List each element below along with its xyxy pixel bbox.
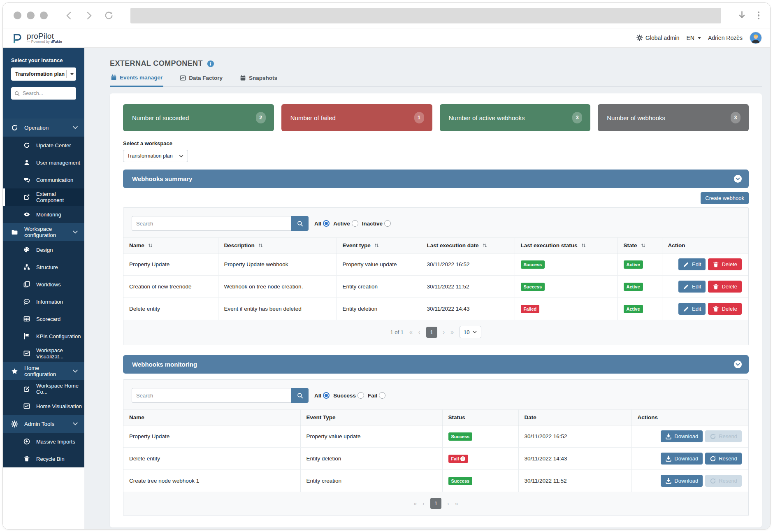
next-page-icon[interactable]: › (447, 500, 449, 507)
tab-snapshots[interactable]: Snapshots (239, 74, 278, 86)
window-minimize-button[interactable] (27, 12, 35, 19)
column-header-last-execution-date[interactable]: Last execution date (421, 238, 515, 253)
sidebar-item-structure[interactable]: Structure (3, 258, 84, 276)
webhooks-monitoring-header[interactable]: Webhooks monitoring (123, 355, 749, 374)
column-header-name[interactable]: Name (123, 238, 218, 253)
search-button[interactable] (291, 388, 309, 403)
tab-events-manager[interactable]: Events manager (110, 74, 163, 87)
sidebar-item-workspace-visualization[interactable]: Workspace Visualizat... (3, 345, 84, 362)
next-page-icon[interactable]: › (443, 329, 445, 335)
sidebar-item-home-visualisation[interactable]: Home Visualisation (3, 397, 84, 415)
column-header-state[interactable]: State (617, 238, 662, 253)
first-page-icon[interactable]: « (409, 329, 413, 335)
sidebar-item-recycle-bin[interactable]: Recycle Bin (3, 450, 84, 467)
sidebar-item-workflows[interactable]: Workflows (3, 276, 84, 293)
sidebar-section-operation[interactable]: Operation (3, 118, 84, 137)
radio-selected-icon[interactable] (323, 220, 330, 227)
browser-menu-icon[interactable] (758, 12, 760, 20)
download-icon[interactable] (737, 10, 747, 21)
last-page-icon[interactable]: » (455, 500, 458, 507)
edit-button[interactable]: Edit (678, 258, 706, 270)
sidebar-section-workspace-configuration[interactable]: Workspace configuration (3, 223, 84, 241)
search-button[interactable] (291, 216, 309, 231)
sidebar-item-kpis-configuration[interactable]: KPIs Configuration (3, 328, 84, 345)
reload-icon[interactable] (104, 10, 114, 21)
error-info-icon[interactable]: ! (460, 456, 465, 461)
language-selector[interactable]: EN (687, 35, 701, 41)
sort-icon[interactable] (641, 243, 646, 248)
radio-icon[interactable] (352, 220, 358, 227)
sort-icon[interactable] (148, 243, 153, 248)
download-button[interactable]: Download (661, 475, 703, 487)
sidebar-item-external-component[interactable]: External Component (3, 188, 84, 206)
radio-icon[interactable] (384, 220, 391, 227)
webhooks-summary-header[interactable]: Webhooks summary (123, 170, 749, 188)
current-page-button[interactable]: 1 (426, 327, 437, 338)
sidebar-item-update-center[interactable]: Update Center (3, 137, 84, 154)
instance-select[interactable]: Transformation plan (11, 67, 76, 81)
info-icon[interactable] (207, 60, 214, 67)
sort-icon[interactable] (374, 243, 379, 248)
sort-icon[interactable] (258, 243, 263, 248)
sidebar-search-input[interactable] (23, 91, 89, 96)
brand-logo[interactable]: proPilot — Powered by dFakto (10, 31, 62, 44)
global-admin-link[interactable]: Global admin (636, 35, 680, 41)
column-header-event-type[interactable]: Event type (337, 238, 421, 253)
status-badge: Success (521, 283, 545, 291)
current-page-button[interactable]: 1 (430, 498, 441, 509)
download-button[interactable]: Download (661, 453, 703, 465)
resend-button[interactable]: Resend (705, 453, 742, 465)
address-bar[interactable] (130, 8, 721, 23)
sidebar-item-information[interactable]: Information (3, 293, 84, 310)
sidebar-section-home-configuration[interactable]: Home configuration (3, 362, 84, 380)
previous-page-icon[interactable]: ‹ (418, 329, 420, 335)
workspace-select[interactable]: Transformation plan (123, 150, 188, 162)
sort-icon[interactable] (482, 243, 487, 248)
column-header-description[interactable]: Description (218, 238, 337, 253)
delete-button[interactable]: Delete (708, 258, 742, 270)
page-size-select[interactable]: 10 (460, 326, 481, 338)
radio-icon[interactable] (357, 392, 364, 399)
sidebar-section-admin-tools[interactable]: Admin Tools (3, 415, 84, 433)
monitoring-search-input[interactable] (132, 388, 291, 403)
first-page-icon[interactable]: « (414, 500, 417, 507)
summary-search-input[interactable] (132, 216, 291, 231)
download-button[interactable]: Download (661, 430, 703, 442)
last-page-icon[interactable]: » (450, 329, 454, 335)
column-header-last-execution-status[interactable]: Last execution status (515, 238, 617, 253)
filter-all[interactable]: All (314, 220, 330, 227)
window-close-button[interactable] (14, 12, 21, 19)
edit-button[interactable]: Edit (678, 303, 706, 315)
filter-all[interactable]: All (314, 392, 330, 399)
forward-icon[interactable] (84, 11, 94, 21)
filter-success[interactable]: Success (333, 392, 364, 399)
filter-inactive[interactable]: Inactive (362, 220, 391, 227)
radio-selected-icon[interactable] (323, 392, 330, 399)
sidebar-item-workspace-home[interactable]: Workspace Home Co... (3, 380, 84, 397)
edit-button[interactable]: Edit (678, 281, 706, 293)
filter-fail[interactable]: Fail (368, 392, 385, 399)
back-icon[interactable] (64, 11, 74, 21)
sidebar-item-monitoring[interactable]: Monitoring (3, 206, 84, 223)
create-webhook-button[interactable]: Create webhook (701, 192, 749, 204)
delete-button[interactable]: Delete (708, 303, 742, 315)
avatar[interactable] (750, 32, 762, 44)
tab-data-factory[interactable]: Data Factory (179, 74, 223, 86)
window-zoom-button[interactable] (40, 12, 48, 19)
sidebar-search[interactable] (11, 87, 76, 100)
collapse-icon[interactable] (734, 174, 742, 183)
window-controls[interactable] (14, 12, 48, 19)
sidebar-item-massive-imports[interactable]: Massive Imports (3, 433, 84, 450)
sidebar-item-user-management[interactable]: User management (3, 154, 84, 171)
collapse-icon[interactable] (734, 360, 742, 369)
sort-icon[interactable] (581, 243, 586, 248)
sidebar-item-scorecard[interactable]: Scorecard (3, 310, 84, 328)
user-name[interactable]: Adrien Rozès (708, 35, 743, 41)
filter-active[interactable]: Active (333, 220, 358, 227)
stat-badge: 3 (572, 112, 582, 123)
sidebar-item-communication[interactable]: Communication (3, 171, 84, 188)
radio-icon[interactable] (379, 392, 385, 399)
sidebar-item-design[interactable]: Design (3, 241, 84, 258)
delete-button[interactable]: Delete (708, 281, 742, 293)
previous-page-icon[interactable]: ‹ (422, 500, 425, 507)
